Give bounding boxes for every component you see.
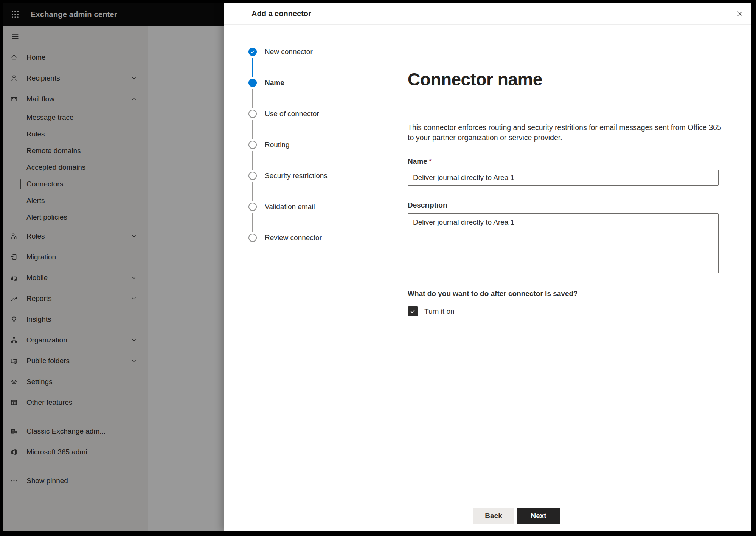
step-upcoming-icon [248,110,257,118]
turn-it-on-label: Turn it on [424,307,455,316]
footer-divider [224,501,751,501]
step-page-description: This connector enforces routing and secu… [408,122,721,143]
back-button[interactable]: Back [473,508,514,524]
step-current-icon [248,79,257,87]
step-label: Review connector [265,232,322,243]
step-label: Security restrictions [265,170,328,181]
step-upcoming-icon [248,234,257,242]
step-label: Validation email [265,201,315,212]
screen: Exchange admin center Home Recipients [3,3,751,531]
wizard-steps: New connector Name Use of connector Rout… [224,25,380,501]
step-completed-icon [248,48,257,56]
dialog-header: Add a connector [224,3,751,25]
name-input[interactable] [408,170,719,186]
step-connector-line [252,58,253,77]
name-field-label: Name* [408,157,432,166]
add-connector-dialog: Add a connector New connector Name [224,3,751,531]
step-upcoming-icon [248,203,257,211]
dialog-title: Add a connector [251,3,311,25]
step-label: New connector [265,46,313,57]
close-icon [737,11,743,17]
next-button[interactable]: Next [517,508,560,524]
step-connector-line [252,151,253,170]
step-label: Routing [265,139,290,150]
close-button[interactable] [733,7,746,20]
step-connector-line [252,213,253,232]
step-label: Name [265,77,284,88]
step-connector-line [252,182,253,201]
step-connector-line [252,120,253,139]
turn-it-on-checkbox-row[interactable]: Turn it on [408,306,455,316]
description-field-label: Description [408,201,447,209]
step-connector-line [252,89,253,108]
checkbox-checked-icon[interactable] [408,306,418,316]
description-textarea[interactable]: Deliver journal directly to Area 1 [408,213,719,273]
step-upcoming-icon [248,172,257,180]
step-label: Use of connector [265,108,319,119]
step-page-title: Connector name [408,69,542,90]
after-save-question: What do you want to do after connector i… [408,290,578,298]
required-asterisk: * [427,157,432,165]
step-upcoming-icon [248,141,257,149]
